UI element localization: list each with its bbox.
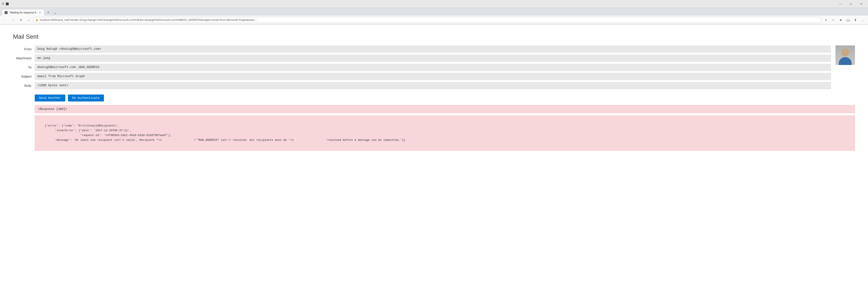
refresh-button[interactable]: ↺ [18, 17, 24, 24]
attachment-row: Attachment: me.jpeg [13, 55, 831, 62]
attachment-label: Attachment: [13, 56, 35, 60]
error-text: {'error': {'code': 'ErrorInvalidRecipien… [38, 124, 405, 142]
subject-row: Subject: email from Microsoft Graph [13, 73, 831, 80]
bookmark-button[interactable]: ☆ [830, 17, 837, 24]
tab-favicon [5, 11, 8, 14]
tab-bar: "Waiting for response fr ✕ + ⌄ [0, 8, 868, 16]
mail-details: From: Doug Natugh <dnatugh@microsoft.com… [13, 46, 831, 91]
favorites-button[interactable]: ★ [837, 17, 844, 24]
new-tab-button[interactable]: + [45, 9, 52, 16]
page-title: Mail Sent [13, 33, 855, 40]
share-button[interactable]: ⬆ [852, 17, 859, 24]
avatar-head [841, 49, 849, 56]
lock-icon: 🔒 [35, 19, 38, 21]
from-label: From: [13, 47, 35, 51]
back-button[interactable]: ← [2, 17, 9, 24]
reader-view-button[interactable]: ≡ [823, 17, 829, 24]
body-row: Body: <1908 bytes sent> [13, 82, 831, 89]
response-status-box: <Response [400]> [35, 105, 855, 113]
minimize-button[interactable]: — [835, 1, 845, 7]
from-value: Doug Natugh <dnatugh@microsoft.com> [35, 46, 831, 53]
to-row: To: dnatugh@microsoft.com ;BAD_ADDRESS [13, 64, 831, 71]
attachment-value: me.jpeg [35, 55, 831, 62]
window-icon2: ⬛ [6, 2, 9, 5]
page-content: Mail Sent From: Doug Natugh <dnatugh@mic… [0, 25, 868, 299]
forward-button[interactable]: → [9, 17, 17, 24]
avatar [835, 46, 855, 65]
body-label: Body: [13, 84, 35, 87]
subject-label: Subject: [13, 75, 35, 78]
window-icon: ☰ [2, 2, 4, 5]
active-tab[interactable]: "Waiting for response fr ✕ [2, 9, 44, 16]
address-bar[interactable]: 🔒 localhost:5000/send_mail?sender=Doug+N… [33, 17, 822, 23]
toolbar: ← → ↺ ⌂ 🔒 localhost:5000/send_mail?sende… [0, 16, 868, 24]
url-text: localhost:5000/send_mail?sender=Doug+Nat… [40, 19, 819, 22]
error-box: {'error': {'code': 'ErrorInvalidRecipien… [35, 115, 855, 151]
from-row: From: Doug Natugh <dnatugh@microsoft.com… [13, 46, 831, 53]
tab-list-button[interactable]: ⌄ [52, 9, 58, 16]
subject-value: email from Microsoft Graph [35, 73, 831, 80]
more-button[interactable]: … [859, 17, 866, 24]
ereader-button[interactable]: 📖 [844, 17, 851, 24]
window-controls: — ◻ ✕ [835, 1, 866, 7]
maximize-button[interactable]: ◻ [846, 1, 856, 7]
send-another-button[interactable]: Send Another [35, 94, 65, 102]
action-buttons: Send Another Re-Authenticate [35, 94, 855, 102]
close-button[interactable]: ✕ [856, 1, 866, 7]
mail-container: From: Doug Natugh <dnatugh@microsoft.com… [13, 46, 855, 91]
browser-chrome: ☰ ⬛ — ◻ ✕ "Waiting for response fr ✕ + ⌄… [0, 0, 868, 25]
body-value: <1908 bytes sent> [35, 82, 831, 89]
title-bar: ☰ ⬛ — ◻ ✕ [0, 0, 868, 8]
toolbar-right-buttons: ≡ ☆ ★ 📖 ⬆ … [823, 17, 866, 24]
home-button[interactable]: ⌂ [25, 17, 32, 24]
response-status-text: <Response [400]> [38, 107, 67, 111]
tab-close-button[interactable]: ✕ [38, 11, 42, 14]
to-label: To: [13, 65, 35, 69]
re-authenticate-button[interactable]: Re-Authenticate [68, 94, 104, 102]
avatar-shape [835, 46, 855, 65]
to-value: dnatugh@microsoft.com ;BAD_ADDRESS [35, 64, 831, 71]
tab-title: "Waiting for response fr [9, 11, 36, 14]
avatar-body [839, 57, 852, 65]
